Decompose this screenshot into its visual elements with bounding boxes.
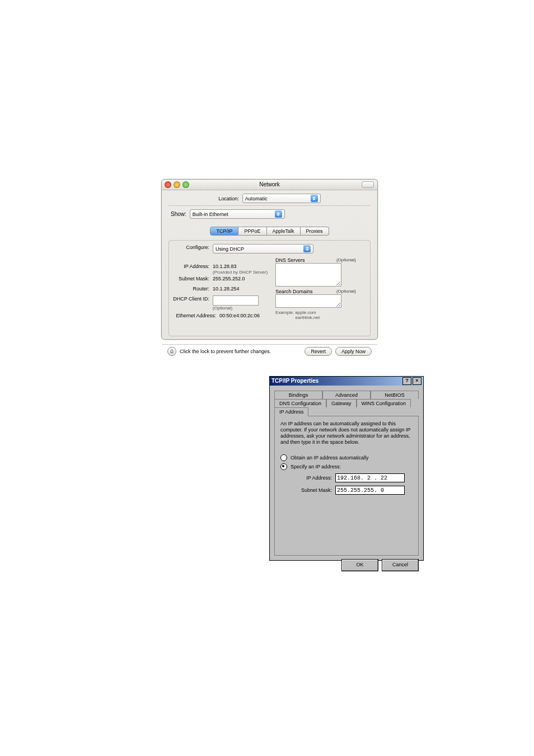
subnet-value: 255.255.252.0 xyxy=(213,275,245,282)
configure-select[interactable]: Using DHCP xyxy=(213,244,313,253)
router-value: 10.1.28.254 xyxy=(213,285,240,292)
location-select[interactable]: Automatic xyxy=(242,194,321,203)
configure-label: Configure: xyxy=(169,244,209,251)
tab-ip-address[interactable]: IP Address xyxy=(274,407,308,416)
tab-advanced[interactable]: Advanced xyxy=(322,391,371,399)
tab-pppoe[interactable]: PPPoE xyxy=(238,227,266,236)
location-value: Automatic xyxy=(245,196,308,201)
show-select[interactable]: Built-in Ethernet xyxy=(190,209,285,219)
ip-note: (Provided by DHCP Server) xyxy=(213,270,268,275)
lock-text: Click the lock to prevent further change… xyxy=(180,349,305,354)
dns-label: DNS Servers xyxy=(275,257,305,263)
ip-address-panel: An IP address can be automatically assig… xyxy=(274,416,419,556)
chevron-updown-icon xyxy=(303,245,311,252)
radio-icon xyxy=(280,454,287,461)
search-domains-optional: (Optional) xyxy=(336,289,356,294)
mac-titlebar[interactable]: Network xyxy=(162,180,377,190)
subnet-mask-label: Subnet Mask: xyxy=(294,487,332,493)
radio-specify-label: Specify an IP address: xyxy=(291,464,341,469)
ethernet-value: 00:50:e4:00:2c:06 xyxy=(219,312,260,319)
tab-appletalk[interactable]: AppleTalk xyxy=(267,227,301,236)
tcpip-panel: Configure: Using DHCP IP Address: 10.1.2… xyxy=(168,240,371,336)
close-icon[interactable]: × xyxy=(413,377,421,385)
subnet-mask-input[interactable] xyxy=(335,486,405,495)
ip-address-input[interactable] xyxy=(335,473,405,482)
win-title-text: TCP/IP Properties xyxy=(271,377,318,386)
subnet-label: Subnet Mask: xyxy=(169,275,209,282)
ip-value: 10.1.28.83 xyxy=(213,263,268,270)
configure-value: Using DHCP xyxy=(216,246,301,252)
tab-bindings[interactable]: Bindings xyxy=(274,391,322,399)
router-label: Router: xyxy=(169,285,209,292)
ip-label: IP Address: xyxy=(169,263,209,270)
tab-bar: TCP/IP PPPoE AppleTalk Proxies xyxy=(168,227,371,236)
dns-input[interactable] xyxy=(275,263,341,287)
ok-button[interactable]: OK xyxy=(341,559,378,571)
search-domains-label: Search Domains xyxy=(275,289,313,294)
toolbar-toggle-icon[interactable] xyxy=(362,181,374,188)
dhcp-client-note: (Optional) xyxy=(213,306,259,311)
win-titlebar[interactable]: TCP/IP Properties ? × xyxy=(270,377,423,386)
help-icon[interactable]: ? xyxy=(402,377,411,385)
dhcp-client-label: DHCP Client ID: xyxy=(169,295,209,302)
win-tcpip-dialog: TCP/IP Properties ? × Bindings Advanced … xyxy=(269,376,424,561)
tab-proxies[interactable]: Proxies xyxy=(301,227,329,236)
example-label: Example: xyxy=(275,310,294,315)
ethernet-label: Ethernet Address: xyxy=(169,312,216,319)
window-title: Network xyxy=(162,180,377,190)
lock-icon[interactable] xyxy=(167,347,176,356)
radio-specify[interactable]: Specify an IP address: xyxy=(280,463,413,470)
tab-gateway[interactable]: Gateway xyxy=(326,399,357,407)
chevron-updown-icon xyxy=(311,195,318,202)
dhcp-client-input[interactable] xyxy=(213,295,259,306)
radio-obtain-auto[interactable]: Obtain an IP address automatically xyxy=(280,454,413,461)
apply-now-button[interactable]: Apply Now xyxy=(335,347,372,356)
location-label: Location: xyxy=(218,196,239,201)
tab-netbios[interactable]: NetBIOS xyxy=(371,391,419,399)
mac-network-window: Network Location: Automatic Show: Built-… xyxy=(161,179,378,340)
show-label: Show: xyxy=(171,211,186,217)
ip-address-label: IP Address: xyxy=(294,475,332,481)
radio-icon xyxy=(280,463,287,470)
example-value: apple.com earthlink.net xyxy=(296,310,320,320)
show-value: Built-in Ethernet xyxy=(193,212,273,217)
radio-obtain-auto-label: Obtain an IP address automatically xyxy=(291,455,368,461)
chevron-updown-icon xyxy=(275,210,282,218)
dns-optional: (Optional) xyxy=(336,257,356,263)
info-text: An IP address can be automatically assig… xyxy=(280,421,413,445)
cancel-button[interactable]: Cancel xyxy=(382,559,419,571)
tab-tcpip[interactable]: TCP/IP xyxy=(210,227,238,236)
tab-wins-config[interactable]: WINS Configuration xyxy=(357,399,411,407)
revert-button[interactable]: Revert xyxy=(305,347,332,356)
search-domains-input[interactable] xyxy=(275,294,341,308)
tab-dns-config[interactable]: DNS Configuration xyxy=(274,399,326,407)
